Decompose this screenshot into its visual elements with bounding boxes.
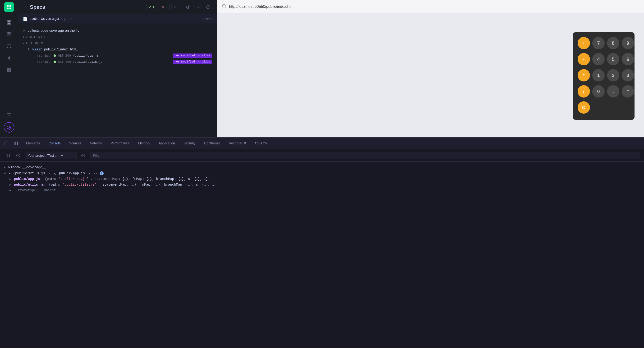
tab-security[interactable]: Security <box>179 138 200 149</box>
console-line-5[interactable]: ▶ [[Prototype]]: Object <box>4 187 640 193</box>
tab-memory[interactable]: Memory <box>134 138 154 149</box>
console-line-1[interactable]: ▶ window.__coverage__ <box>4 165 640 170</box>
tab-performance[interactable]: Performance <box>106 138 134 149</box>
console-key-4: public/utils.js: <box>14 183 46 186</box>
calc-btn-minus[interactable]: - <box>578 53 590 65</box>
calc-btn-1[interactable]: 1 <box>592 69 605 81</box>
info-badge: i <box>100 172 104 175</box>
loading-status-badge: ↻ -- <box>172 4 182 10</box>
routes-caret-icon: ▶ <box>23 35 25 38</box>
sub2-path: /public/utils.js <box>73 60 102 64</box>
console-text-2: {public/utils.js: {…}, public/app.js: {…… <box>13 172 97 175</box>
tab-css-overview[interactable]: CSS Ov <box>251 138 271 149</box>
expand-arrow-4: ▶ <box>10 183 11 186</box>
svg-rect-6 <box>7 23 8 24</box>
calc-btn-divide[interactable]: / <box>578 85 590 98</box>
calc-btn-4[interactable]: 4 <box>592 53 605 65</box>
calc-btn-9[interactable]: 9 <box>622 37 634 49</box>
tab-memory-label: Memory <box>138 141 150 145</box>
app-logo[interactable] <box>4 2 14 12</box>
sidebar-item-debug[interactable] <box>4 41 14 51</box>
routes-section-header[interactable]: ▶ ROUTES (1) <box>23 34 212 40</box>
sidebar-item-runs[interactable] <box>4 17 14 28</box>
test-file-header: 📄 code-coverage.cy.ts 179ms <box>18 14 217 23</box>
sub1-path: /public/app.js <box>73 54 99 57</box>
eye-button[interactable] <box>184 3 192 11</box>
refresh-button[interactable] <box>204 3 212 11</box>
calc-btn-7[interactable]: 7 <box>592 37 605 49</box>
dropdown-button[interactable] <box>194 3 202 11</box>
sidebar-toggle-btn[interactable] <box>4 152 12 160</box>
console-val-4-prefix: {path: <box>49 183 61 186</box>
svg-rect-4 <box>7 21 8 22</box>
calc-btn-6[interactable]: 6 <box>622 53 634 65</box>
tab-security-label: Security <box>184 141 196 145</box>
fail-icon: ✕ <box>162 5 164 9</box>
devtools-extra-icons <box>2 140 20 148</box>
filter-input[interactable] <box>90 152 640 159</box>
sidebar-item-settings[interactable] <box>4 65 14 75</box>
calc-btn-clear[interactable]: C <box>578 101 590 114</box>
loading-dash: -- <box>178 5 180 9</box>
sidebar: cy <box>0 0 18 137</box>
sidebar-item-specs[interactable] <box>4 29 14 39</box>
sidebar-item-keyboard[interactable] <box>4 110 14 120</box>
sub2-badge: res modified no alias <box>172 60 212 64</box>
tab-css-overview-label: CSS Ov <box>255 141 267 145</box>
tab-sources-label: Sources <box>69 141 81 145</box>
step-sub-2: (script) GET 200 /public/utils.js res mo… <box>23 59 212 65</box>
specs-icon: → <box>23 4 27 9</box>
calc-btn-plus[interactable]: + <box>578 37 590 49</box>
tab-application[interactable]: Application <box>154 138 179 149</box>
test-body-section-header[interactable]: ▾ TEST BODY <box>23 40 212 46</box>
body-caret-icon: ▾ <box>23 42 24 44</box>
tab-elements[interactable]: Elements <box>22 138 44 149</box>
sidebar-item-analytics[interactable] <box>4 53 14 63</box>
tab-lighthouse[interactable]: Lighthouse <box>200 138 224 149</box>
project-select[interactable]: Your project: 'Test ...' <box>25 152 77 159</box>
console-line-2[interactable]: ◀ ▾ {public/utils.js: {…}, public/app.js… <box>4 170 640 176</box>
test-pass-line: ✓ collects code coverage on the fly <box>23 27 212 34</box>
url-bar: http://localhost:60550/public/index.html <box>217 0 644 13</box>
devtools-dock-btn[interactable] <box>12 140 20 148</box>
calc-btn-multiply[interactable]: * <box>578 69 590 81</box>
svg-rect-1 <box>10 5 11 7</box>
calc-btn-dot[interactable]: . <box>607 85 619 98</box>
fail-status-badge: ✕ -- <box>159 4 170 10</box>
console-key-3: public/app.js: <box>14 177 42 181</box>
console-line-3[interactable]: ▶ public/app.js: {path: 'public/app.js',… <box>4 176 640 182</box>
test-file-base: code-coverage <box>30 17 59 21</box>
calc-btn-equals[interactable]: = <box>622 85 634 98</box>
console-val-3-rest: , statementMap: {…}, fnMap: {…}, branchM… <box>90 177 208 181</box>
eye-console-btn[interactable] <box>79 152 87 160</box>
tab-console-label: Console <box>48 141 60 145</box>
step-num: 1 <box>28 48 32 51</box>
pass-status-badge: ✓ 1 <box>146 4 157 10</box>
tab-lighthouse-label: Lighthouse <box>204 141 220 145</box>
sub2-alias: no alias <box>196 60 210 63</box>
svg-rect-2 <box>7 7 8 9</box>
tab-recorder[interactable]: Recorder ⚗ <box>224 138 251 149</box>
tab-console[interactable]: Console <box>44 138 65 149</box>
calc-btn-8[interactable]: 8 <box>607 37 619 49</box>
step-cmd: visit <box>32 48 42 51</box>
calc-btn-3[interactable]: 3 <box>622 69 634 81</box>
dot-green-2 <box>54 61 56 63</box>
svg-point-23 <box>188 6 189 7</box>
cypress-badge[interactable]: cy <box>4 122 14 133</box>
tab-sources[interactable]: Sources <box>65 138 86 149</box>
calc-btn-5[interactable]: 5 <box>607 53 619 65</box>
clear-console-btn[interactable] <box>14 152 22 160</box>
devtools-toggle-btn[interactable] <box>2 140 10 148</box>
calc-btn-2[interactable]: 2 <box>607 69 619 81</box>
console-line-4[interactable]: ▶ public/utils.js: {path: 'public/utils.… <box>4 182 640 187</box>
sub2-method: GET 200 <box>58 60 71 64</box>
calculator: + 7 8 9 - 4 5 6 * 1 <box>573 32 634 120</box>
tab-network[interactable]: Network <box>86 138 106 149</box>
svg-rect-25 <box>5 142 8 145</box>
calc-btn-0[interactable]: 0 <box>592 85 605 98</box>
url-display[interactable]: http://localhost:60550/public/index.html <box>229 4 639 9</box>
test-duration: 179ms <box>202 17 212 21</box>
file-icon: 📄 <box>23 16 28 21</box>
svg-rect-29 <box>6 154 10 157</box>
